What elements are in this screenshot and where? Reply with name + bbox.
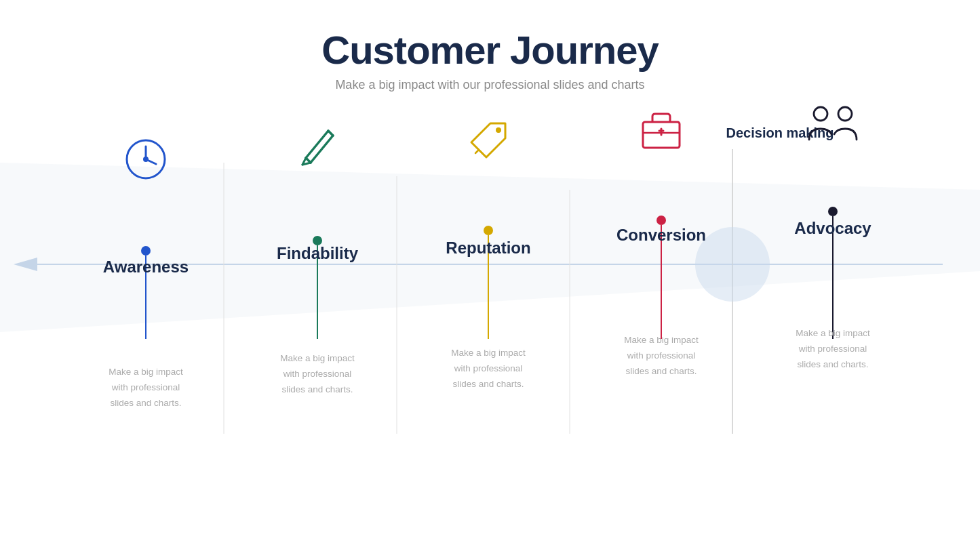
page-container: { "header": { "title": "Customer Journey… bbox=[0, 0, 980, 551]
svg-line-21 bbox=[146, 159, 156, 164]
svg-line-24 bbox=[328, 131, 333, 136]
page-subtitle: Make a big impact with our professional … bbox=[0, 78, 980, 92]
advocacy-label: Advocacy bbox=[794, 219, 871, 238]
tag-icon bbox=[465, 117, 512, 164]
stage-awareness: Awareness Make a big impactwith professi… bbox=[78, 136, 214, 411]
reputation-desc: Make a big impactwith professionalslides… bbox=[451, 346, 526, 392]
reputation-label: Reputation bbox=[446, 239, 530, 258]
people-icon bbox=[806, 100, 860, 144]
stage-findability: Findability Make a big impactwith profes… bbox=[250, 125, 385, 398]
conversion-desc: Make a big impactwith professionalslides… bbox=[624, 333, 699, 380]
advocacy-desc: Make a big impactwith professionalslides… bbox=[796, 326, 870, 373]
awareness-label: Awareness bbox=[103, 258, 189, 277]
header: Customer Journey Make a big impact with … bbox=[0, 0, 980, 92]
findability-label: Findability bbox=[277, 244, 358, 263]
clock-icon bbox=[122, 136, 170, 183]
awareness-desc: Make a big impactwith professionalslides… bbox=[109, 365, 183, 411]
findability-desc: Make a big impactwith professionalslides… bbox=[280, 351, 355, 398]
conversion-label: Conversion bbox=[616, 226, 706, 245]
briefcase-icon bbox=[638, 107, 685, 151]
svg-point-28 bbox=[496, 127, 501, 133]
stage-reputation: Reputation Make a big impactwith profess… bbox=[420, 117, 556, 392]
svg-point-34 bbox=[838, 107, 852, 121]
svg-point-33 bbox=[814, 107, 827, 121]
pencil-icon bbox=[296, 125, 340, 169]
page-title: Customer Journey bbox=[0, 27, 980, 73]
stage-advocacy: Advocacy Make a big impactwith professio… bbox=[765, 100, 901, 373]
stage-conversion: Conversion Make a big impactwith profess… bbox=[593, 107, 729, 380]
